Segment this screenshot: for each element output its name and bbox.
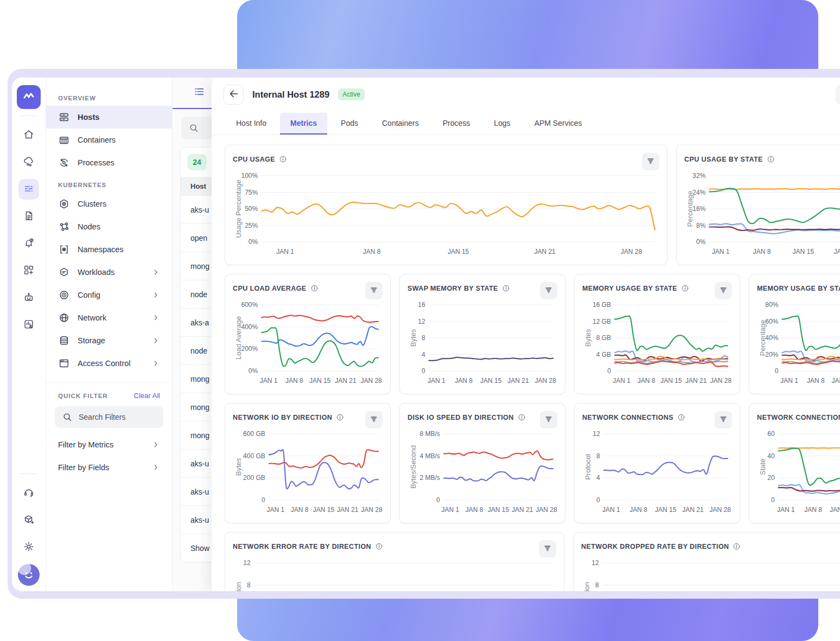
tab-metrics[interactable]: Metrics bbox=[280, 113, 327, 134]
chart-filter-button[interactable] bbox=[540, 282, 557, 299]
host-row[interactable]: open bbox=[181, 223, 212, 252]
chart-filter-button[interactable] bbox=[715, 282, 732, 299]
rail-package-plus-button[interactable] bbox=[18, 510, 39, 530]
svg-text:20: 20 bbox=[767, 474, 775, 482]
sidebar-item-workloads[interactable]: Workloads bbox=[46, 261, 172, 284]
sidebar-item-config[interactable]: Config bbox=[46, 284, 172, 306]
show-more-link[interactable]: Show bbox=[181, 534, 212, 562]
back-button[interactable] bbox=[224, 85, 244, 105]
chart-title: NETWORK ERROR RATE BY DIRECTION bbox=[233, 540, 371, 550]
chart-filter-button[interactable] bbox=[540, 411, 557, 428]
chart-title: NETWORK IO BY DIRECTION bbox=[233, 411, 332, 421]
tab-pods[interactable]: Pods bbox=[330, 113, 368, 134]
filter-funnel-icon bbox=[718, 414, 728, 426]
host-row[interactable]: mong bbox=[181, 421, 212, 449]
host-row[interactable]: aks-a bbox=[181, 308, 212, 336]
svg-text:4: 4 bbox=[422, 351, 425, 358]
info-icon[interactable] bbox=[518, 411, 526, 421]
info-icon[interactable] bbox=[310, 282, 319, 292]
logo-wave-icon bbox=[22, 89, 36, 105]
sidebar-item-containers[interactable]: Containers bbox=[46, 129, 172, 151]
svg-text:50%: 50% bbox=[245, 205, 258, 213]
host-row[interactable]: mong bbox=[181, 252, 212, 280]
chart-row: NETWORK IO BY DIRECTION Bytes0200 GB400 … bbox=[225, 403, 840, 523]
svg-text:0%: 0% bbox=[249, 367, 258, 375]
chart-title: CPU LOAD AVERAGE bbox=[233, 282, 307, 292]
search-filters-input[interactable]: Search Filters bbox=[55, 406, 163, 428]
svg-text:JAN 8: JAN 8 bbox=[638, 377, 656, 384]
sidebar-item-namespaces[interactable]: Namespaces bbox=[46, 238, 172, 261]
svg-text:16 GB: 16 GB bbox=[593, 301, 611, 309]
chart-filter-button[interactable] bbox=[365, 282, 383, 299]
sidebar-item-processes[interactable]: Processes bbox=[46, 151, 172, 174]
rail-document-button[interactable] bbox=[18, 206, 39, 227]
clear-all-link[interactable]: Clear All bbox=[134, 392, 160, 400]
rail-filter-lines-button[interactable] bbox=[18, 179, 39, 200]
time-range-button[interactable]: La bbox=[836, 85, 840, 105]
host-row[interactable]: aks-u bbox=[181, 449, 212, 477]
svg-text:0%: 0% bbox=[696, 238, 706, 246]
info-icon[interactable] bbox=[681, 282, 689, 292]
svg-text:JAN 15: JAN 15 bbox=[832, 377, 840, 384]
info-icon[interactable] bbox=[279, 153, 287, 163]
sidebar-item-label: Storage bbox=[78, 336, 105, 345]
rail-grid-plus-button[interactable] bbox=[18, 260, 39, 281]
chart-filter-button[interactable] bbox=[715, 411, 732, 428]
host-row[interactable]: mong bbox=[181, 393, 212, 421]
sidebar-item-network[interactable]: Network bbox=[46, 306, 172, 329]
rail-headset-button[interactable] bbox=[18, 483, 39, 503]
rail-gear-button[interactable] bbox=[18, 537, 39, 557]
rail-user-report-button[interactable] bbox=[18, 315, 39, 335]
svg-text:JAN 28: JAN 28 bbox=[361, 506, 383, 514]
rail-cloud-services-button[interactable] bbox=[18, 152, 39, 172]
chart-row: CPU LOAD AVERAGE Load Average0%200%400%6… bbox=[225, 274, 840, 394]
tab-containers[interactable]: Containers bbox=[372, 113, 429, 134]
host-row[interactable]: aks-u bbox=[181, 505, 212, 534]
host-row[interactable]: aks-u bbox=[181, 477, 212, 505]
sidebar-link-filter-by-fields[interactable]: Filter by Fields bbox=[46, 456, 172, 479]
tab-process[interactable]: Process bbox=[432, 113, 481, 134]
sidebar-item-storage[interactable]: Storage bbox=[46, 329, 172, 352]
rail-alert-bell-button[interactable] bbox=[18, 233, 39, 254]
namespaces-icon bbox=[58, 243, 70, 255]
sidebar-item-nodes[interactable]: Nodes bbox=[46, 215, 172, 238]
sidebar-item-hosts[interactable]: Hosts bbox=[46, 106, 172, 129]
tab-apm-services[interactable]: APM Services bbox=[524, 113, 593, 134]
chart-plot: Load Average0%200%400%600%JAN 1JAN 8JAN … bbox=[233, 300, 383, 389]
host-row[interactable]: node bbox=[181, 280, 212, 308]
sidebar-item-access-control[interactable]: Access Control bbox=[46, 352, 172, 375]
svg-text:8 MB/s: 8 MB/s bbox=[419, 430, 440, 438]
network-io-by-direction-card: NETWORK IO BY DIRECTION Bytes0200 GB400 … bbox=[225, 403, 391, 523]
info-icon[interactable] bbox=[375, 540, 383, 550]
host-row[interactable]: aks-u bbox=[181, 195, 212, 223]
svg-text:JAN 28: JAN 28 bbox=[535, 377, 557, 384]
tab-logs[interactable]: Logs bbox=[483, 113, 520, 134]
host-row[interactable]: node bbox=[181, 336, 212, 364]
chart-filter-button[interactable] bbox=[365, 411, 383, 428]
info-icon[interactable] bbox=[767, 153, 775, 163]
svg-text:0: 0 bbox=[596, 496, 600, 504]
app-logo[interactable] bbox=[17, 85, 41, 109]
rail-divider bbox=[21, 116, 37, 116]
svg-text:8: 8 bbox=[247, 581, 251, 589]
user-avatar[interactable] bbox=[18, 564, 40, 586]
info-icon[interactable] bbox=[502, 282, 510, 292]
sidebar-item-clusters[interactable]: Clusters bbox=[46, 193, 172, 215]
rail-home-button[interactable] bbox=[18, 125, 39, 145]
host-search-input[interactable] bbox=[181, 117, 212, 139]
host-panel-tab[interactable] bbox=[173, 78, 212, 109]
chart-filter-button[interactable] bbox=[539, 540, 556, 557]
sidebar-link-filter-by-metrics[interactable]: Filter by Metrics bbox=[46, 433, 172, 456]
rail-robot-button[interactable] bbox=[18, 287, 39, 308]
chart-plot: Protocol04812JAN 1JAN 8JAN 15JAN 21JAN 2… bbox=[582, 430, 732, 518]
chart-title: MEMORY USAGE BY STATE bbox=[582, 282, 677, 292]
info-icon[interactable] bbox=[677, 411, 685, 421]
info-icon[interactable] bbox=[733, 540, 741, 550]
svg-text:JAN 21: JAN 21 bbox=[682, 506, 704, 514]
tab-host-info[interactable]: Host Info bbox=[226, 113, 277, 134]
svg-text:8%: 8% bbox=[696, 222, 706, 229]
host-row[interactable]: mong bbox=[181, 364, 212, 393]
info-icon[interactable] bbox=[336, 411, 344, 421]
swap-memory-by-state-card: SWAP MEMORY BY STATE Bytes0481216JAN 1JA… bbox=[399, 274, 565, 394]
chart-filter-button[interactable] bbox=[642, 153, 659, 170]
